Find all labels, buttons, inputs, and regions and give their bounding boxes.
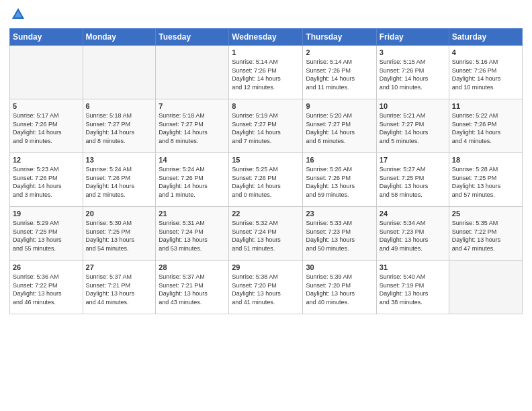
day-number: 8 [232,102,300,110]
day-info: Sunrise: 5:20 AM Sunset: 7:27 PM Dayligh… [306,111,373,145]
day-info: Sunrise: 5:29 AM Sunset: 7:25 PM Dayligh… [13,219,80,253]
calendar-day-cell: 27Sunrise: 5:37 AM Sunset: 7:21 PM Dayli… [83,261,156,314]
calendar-week-row: 19Sunrise: 5:29 AM Sunset: 7:25 PM Dayli… [10,207,523,261]
day-number: 29 [232,263,300,271]
calendar-day-cell: 4Sunrise: 5:16 AM Sunset: 7:26 PM Daylig… [449,46,522,99]
calendar-day-cell: 11Sunrise: 5:22 AM Sunset: 7:26 PM Dayli… [449,99,522,153]
calendar-day-cell: 8Sunrise: 5:19 AM Sunset: 7:27 PM Daylig… [229,99,303,153]
calendar-day-cell: 15Sunrise: 5:25 AM Sunset: 7:26 PM Dayli… [229,153,303,207]
weekday-header: Thursday [303,29,376,46]
calendar-day-cell: 5Sunrise: 5:17 AM Sunset: 7:26 PM Daylig… [10,99,83,153]
calendar-day-cell: 9Sunrise: 5:20 AM Sunset: 7:27 PM Daylig… [303,99,376,153]
calendar-day-cell: 26Sunrise: 5:36 AM Sunset: 7:22 PM Dayli… [10,261,83,314]
day-number: 14 [159,156,226,164]
calendar-week-row: 5Sunrise: 5:17 AM Sunset: 7:26 PM Daylig… [10,99,523,153]
day-number: 4 [452,48,519,56]
day-number: 2 [306,48,373,56]
calendar-day-cell [83,46,156,99]
day-info: Sunrise: 5:14 AM Sunset: 7:26 PM Dayligh… [232,58,300,91]
day-info: Sunrise: 5:36 AM Sunset: 7:22 PM Dayligh… [13,273,80,306]
page-container: SundayMondayTuesdayWednesdayThursdayFrid… [0,0,532,411]
day-number: 27 [86,263,153,271]
day-number: 18 [452,156,519,164]
day-number: 10 [380,102,446,110]
day-number: 19 [13,210,80,218]
day-number: 11 [452,102,519,110]
day-number: 6 [86,102,153,110]
day-number: 12 [13,156,80,164]
day-info: Sunrise: 5:21 AM Sunset: 7:27 PM Dayligh… [380,111,446,145]
day-info: Sunrise: 5:19 AM Sunset: 7:27 PM Dayligh… [232,111,300,145]
weekday-header: Saturday [449,29,522,46]
day-number: 28 [159,263,226,271]
calendar-day-cell: 24Sunrise: 5:34 AM Sunset: 7:23 PM Dayli… [376,207,449,261]
day-info: Sunrise: 5:26 AM Sunset: 7:26 PM Dayligh… [306,165,373,199]
calendar-day-cell [449,261,522,314]
day-number: 25 [452,210,519,218]
weekday-header: Tuesday [156,29,229,46]
day-number: 5 [13,102,80,110]
calendar-day-cell: 31Sunrise: 5:40 AM Sunset: 7:19 PM Dayli… [376,261,449,314]
day-info: Sunrise: 5:18 AM Sunset: 7:27 PM Dayligh… [86,111,153,145]
day-info: Sunrise: 5:37 AM Sunset: 7:21 PM Dayligh… [159,273,226,306]
day-info: Sunrise: 5:18 AM Sunset: 7:27 PM Dayligh… [159,111,226,145]
day-number: 22 [232,210,300,218]
calendar-day-cell: 21Sunrise: 5:31 AM Sunset: 7:24 PM Dayli… [156,207,229,261]
day-number: 15 [232,156,300,164]
calendar-week-row: 1Sunrise: 5:14 AM Sunset: 7:26 PM Daylig… [10,46,523,99]
day-info: Sunrise: 5:35 AM Sunset: 7:22 PM Dayligh… [452,219,519,253]
calendar-day-cell: 28Sunrise: 5:37 AM Sunset: 7:21 PM Dayli… [156,261,229,314]
calendar-day-cell [156,46,229,99]
calendar-day-cell: 6Sunrise: 5:18 AM Sunset: 7:27 PM Daylig… [83,99,156,153]
calendar: SundayMondayTuesdayWednesdayThursdayFrid… [9,28,523,314]
day-info: Sunrise: 5:39 AM Sunset: 7:20 PM Dayligh… [306,273,373,306]
day-number: 21 [159,210,226,218]
calendar-day-cell: 16Sunrise: 5:26 AM Sunset: 7:26 PM Dayli… [303,153,376,207]
header [9,7,523,23]
weekday-header: Friday [376,29,449,46]
day-number: 7 [159,102,226,110]
day-info: Sunrise: 5:15 AM Sunset: 7:26 PM Dayligh… [380,58,446,91]
calendar-day-cell: 18Sunrise: 5:28 AM Sunset: 7:25 PM Dayli… [449,153,522,207]
calendar-day-cell: 20Sunrise: 5:30 AM Sunset: 7:25 PM Dayli… [83,207,156,261]
calendar-day-cell: 12Sunrise: 5:23 AM Sunset: 7:26 PM Dayli… [10,153,83,207]
day-number: 26 [13,263,80,271]
day-number: 3 [380,48,446,56]
calendar-day-cell: 2Sunrise: 5:14 AM Sunset: 7:26 PM Daylig… [303,46,376,99]
weekday-header: Monday [83,29,156,46]
day-info: Sunrise: 5:31 AM Sunset: 7:24 PM Dayligh… [159,219,226,253]
day-info: Sunrise: 5:38 AM Sunset: 7:20 PM Dayligh… [232,273,300,306]
day-number: 31 [380,263,446,271]
calendar-day-cell: 25Sunrise: 5:35 AM Sunset: 7:22 PM Dayli… [449,207,522,261]
day-info: Sunrise: 5:24 AM Sunset: 7:26 PM Dayligh… [86,165,153,199]
calendar-day-cell: 7Sunrise: 5:18 AM Sunset: 7:27 PM Daylig… [156,99,229,153]
day-number: 1 [232,48,300,56]
day-info: Sunrise: 5:34 AM Sunset: 7:23 PM Dayligh… [380,219,446,253]
weekday-header-row: SundayMondayTuesdayWednesdayThursdayFrid… [10,29,523,46]
day-info: Sunrise: 5:37 AM Sunset: 7:21 PM Dayligh… [86,273,153,306]
day-info: Sunrise: 5:17 AM Sunset: 7:26 PM Dayligh… [13,111,80,145]
calendar-day-cell: 22Sunrise: 5:32 AM Sunset: 7:24 PM Dayli… [229,207,303,261]
day-number: 9 [306,102,373,110]
day-number: 30 [306,263,373,271]
day-info: Sunrise: 5:14 AM Sunset: 7:26 PM Dayligh… [306,58,373,91]
weekday-header: Sunday [10,29,83,46]
day-number: 16 [306,156,373,164]
calendar-week-row: 12Sunrise: 5:23 AM Sunset: 7:26 PM Dayli… [10,153,523,207]
day-info: Sunrise: 5:33 AM Sunset: 7:23 PM Dayligh… [306,219,373,253]
day-info: Sunrise: 5:23 AM Sunset: 7:26 PM Dayligh… [13,165,80,199]
calendar-day-cell: 14Sunrise: 5:24 AM Sunset: 7:26 PM Dayli… [156,153,229,207]
weekday-header: Wednesday [229,29,303,46]
day-info: Sunrise: 5:27 AM Sunset: 7:25 PM Dayligh… [380,165,446,199]
day-number: 24 [380,210,446,218]
calendar-day-cell: 10Sunrise: 5:21 AM Sunset: 7:27 PM Dayli… [376,99,449,153]
calendar-day-cell: 13Sunrise: 5:24 AM Sunset: 7:26 PM Dayli… [83,153,156,207]
logo-icon [11,7,26,21]
calendar-day-cell: 29Sunrise: 5:38 AM Sunset: 7:20 PM Dayli… [229,261,303,314]
calendar-day-cell: 17Sunrise: 5:27 AM Sunset: 7:25 PM Dayli… [376,153,449,207]
day-number: 20 [86,210,153,218]
calendar-week-row: 26Sunrise: 5:36 AM Sunset: 7:22 PM Dayli… [10,261,523,314]
calendar-day-cell: 19Sunrise: 5:29 AM Sunset: 7:25 PM Dayli… [10,207,83,261]
calendar-day-cell: 3Sunrise: 5:15 AM Sunset: 7:26 PM Daylig… [376,46,449,99]
logo [9,7,26,23]
